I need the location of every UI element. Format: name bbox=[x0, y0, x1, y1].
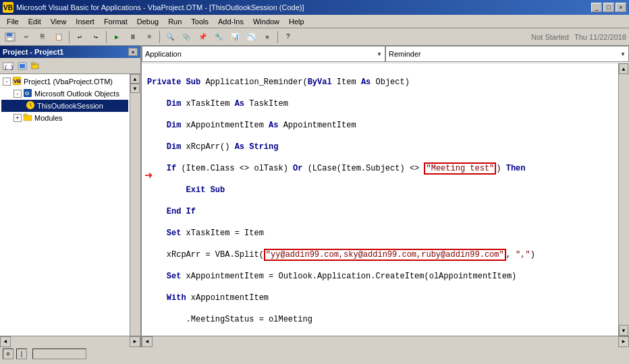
project-tree[interactable]: - VB Project1 (VbaProject.OTM) - bbox=[0, 74, 130, 336]
redo-button[interactable]: ↪ bbox=[88, 30, 103, 44]
break-button[interactable]: ⏸ bbox=[126, 30, 140, 44]
menu-help[interactable]: Help bbox=[285, 16, 308, 27]
tree-outlook-label: Microsoft Outlook Objects bbox=[34, 90, 119, 98]
close-button[interactable]: × bbox=[616, 3, 626, 12]
code-scroll-track bbox=[619, 74, 629, 325]
tb-btn6[interactable]: 📉 bbox=[244, 30, 258, 44]
tb-btn3[interactable]: 📌 bbox=[195, 30, 210, 44]
vbaproject-icon: VB bbox=[12, 76, 22, 86]
tb-btn5[interactable]: 📊 bbox=[227, 30, 242, 44]
tb-btn1[interactable]: 🔍 bbox=[163, 30, 177, 44]
menu-run[interactable]: Run bbox=[164, 16, 186, 27]
tree-outlook-objects[interactable]: - O Microsoft Outlook Objects bbox=[1, 88, 128, 100]
code-vscrollbar[interactable]: ▲ ▼ bbox=[618, 63, 629, 336]
outlook-objects-icon: O bbox=[23, 88, 32, 98]
project-panel-title: Project - Project1 bbox=[3, 48, 63, 56]
status-icon-2[interactable]: | bbox=[16, 348, 27, 359]
scrollbar-down-btn[interactable]: ▼ bbox=[130, 84, 140, 93]
view-object-btn[interactable] bbox=[16, 60, 29, 72]
undo-button[interactable]: ↩ bbox=[72, 30, 87, 44]
app-icon: VB bbox=[3, 2, 13, 13]
arrow-indicator: ➜ bbox=[144, 171, 153, 182]
save-button[interactable] bbox=[3, 30, 18, 44]
project-panel-hscroll[interactable]: ◄ ► bbox=[0, 336, 140, 346]
code-scroll-up[interactable]: ▲ bbox=[619, 63, 628, 74]
minimize-button[interactable]: _ bbox=[591, 3, 602, 12]
project-panel-toolbar: { } bbox=[0, 58, 140, 74]
code-line-3: Dim xAppointmentItem As AppointmentItem bbox=[147, 120, 613, 131]
project-panel-close[interactable]: × bbox=[128, 48, 138, 56]
hscroll-right-btn[interactable]: ► bbox=[130, 336, 140, 347]
menu-debug[interactable]: Debug bbox=[133, 16, 163, 27]
toolbar-1: ✂ ⎘ 📋 ↩ ↪ ▶ ⏸ ■ 🔍 📎 📌 🔧 📊 📉 ✕ ? Not Star… bbox=[0, 28, 629, 46]
menu-window[interactable]: Window bbox=[249, 16, 283, 27]
window-controls[interactable]: _ □ × bbox=[591, 3, 626, 12]
svg-rect-2 bbox=[7, 38, 13, 40]
toggle-folders-btn[interactable] bbox=[30, 60, 43, 72]
expand-root[interactable]: - bbox=[3, 78, 11, 86]
code-lines[interactable]: Private Sub Application_Reminder(ByVal I… bbox=[142, 63, 618, 336]
code-hscrollbar[interactable]: ◄ ► bbox=[142, 336, 629, 346]
code-line-10: Set xAppointmentItem = Outlook.Applicati… bbox=[147, 271, 613, 282]
tree-project-root[interactable]: - VB Project1 (VbaProject.OTM) bbox=[1, 75, 128, 88]
code-dropdowns: Application ▼ Reminder ▼ bbox=[142, 46, 629, 63]
code-line-11: With xAppointmentItem bbox=[147, 293, 613, 303]
maximize-button[interactable]: □ bbox=[603, 3, 614, 12]
menu-format[interactable]: Format bbox=[100, 16, 132, 27]
code-line-7: End If bbox=[147, 206, 613, 217]
object-dropdown-arrow: ▼ bbox=[377, 51, 382, 57]
code-line-8: Set xTaskItem = Item bbox=[147, 228, 613, 239]
svg-rect-6 bbox=[20, 64, 25, 68]
menu-edit[interactable]: Edit bbox=[24, 16, 45, 27]
tree-modules[interactable]: + Modules bbox=[1, 112, 128, 124]
expand-modules[interactable]: + bbox=[13, 114, 22, 122]
project-tree-area: - VB Project1 (VbaProject.OTM) - bbox=[0, 74, 140, 336]
code-hscroll-right[interactable]: ► bbox=[618, 336, 629, 347]
code-scroll-down[interactable]: ▼ bbox=[619, 325, 628, 336]
svg-text:{ }: { } bbox=[4, 64, 13, 70]
object-dropdown[interactable]: Application ▼ bbox=[142, 46, 385, 62]
tree-session-label: ThisOutlookSession bbox=[37, 102, 103, 110]
code-line-12: .MeetingStatus = olMeeting bbox=[147, 314, 613, 325]
project-panel-scrollbar[interactable]: ▲ ▼ bbox=[130, 74, 140, 336]
scrollbar-up-btn[interactable]: ▲ bbox=[130, 74, 140, 84]
sep4 bbox=[277, 31, 278, 43]
paste-button[interactable]: 📋 bbox=[51, 30, 66, 44]
menu-file[interactable]: File bbox=[3, 16, 23, 27]
project-panel-titlebar: Project - Project1 × bbox=[0, 46, 140, 58]
stop-button[interactable]: ■ bbox=[142, 30, 157, 44]
run-button[interactable]: ▶ bbox=[109, 30, 124, 44]
tb-btn2[interactable]: 📎 bbox=[179, 30, 194, 44]
menu-tools[interactable]: Tools bbox=[187, 16, 213, 27]
tb-btn7[interactable]: ✕ bbox=[260, 30, 275, 44]
code-line-5: If (Item.Class <> olTask) Or (LCase(Item… bbox=[147, 163, 613, 174]
menu-addins[interactable]: Add-Ins bbox=[214, 16, 248, 27]
svg-rect-8 bbox=[32, 63, 35, 65]
code-hscroll-track bbox=[153, 336, 618, 347]
code-line-2: Dim xTaskItem As TaskItem bbox=[147, 98, 613, 109]
cut-button[interactable]: ✂ bbox=[19, 30, 34, 44]
tree-this-outlook-session[interactable]: ThisOutlookSession bbox=[1, 100, 128, 112]
code-line-9: xRcpArr = VBA.Split("yy@addin99.com,sky@… bbox=[147, 249, 613, 260]
status-text: Not Started bbox=[531, 33, 569, 41]
svg-text:O: O bbox=[25, 90, 29, 96]
procedure-dropdown[interactable]: Reminder ▼ bbox=[385, 46, 629, 62]
code-line-1: Private Sub Application_Reminder(ByVal I… bbox=[147, 77, 613, 88]
title-text: Microsoft Visual Basic for Applications … bbox=[16, 3, 304, 11]
status-icon-1[interactable]: ≡ bbox=[3, 348, 13, 359]
copy-button[interactable]: ⎘ bbox=[35, 30, 50, 44]
help-button[interactable]: ? bbox=[281, 30, 296, 44]
expand-outlook[interactable]: - bbox=[13, 90, 22, 98]
code-hscroll-left[interactable]: ◄ bbox=[142, 336, 153, 347]
sep3 bbox=[159, 31, 160, 43]
hscroll-left-btn[interactable]: ◄ bbox=[0, 336, 11, 347]
tb-btn4[interactable]: 🔧 bbox=[211, 30, 226, 44]
menu-insert[interactable]: Insert bbox=[72, 16, 99, 27]
svg-text:VB: VB bbox=[13, 78, 21, 84]
modules-folder-icon bbox=[23, 113, 32, 122]
svg-rect-17 bbox=[24, 114, 27, 116]
view-code-btn[interactable]: { } bbox=[1, 60, 15, 72]
code-content: ➜ Private Sub Application_Reminder(ByVal… bbox=[142, 63, 629, 336]
menu-view[interactable]: View bbox=[47, 16, 71, 27]
code-editor: Application ▼ Reminder ▼ ➜ Private Sub A… bbox=[142, 46, 629, 346]
